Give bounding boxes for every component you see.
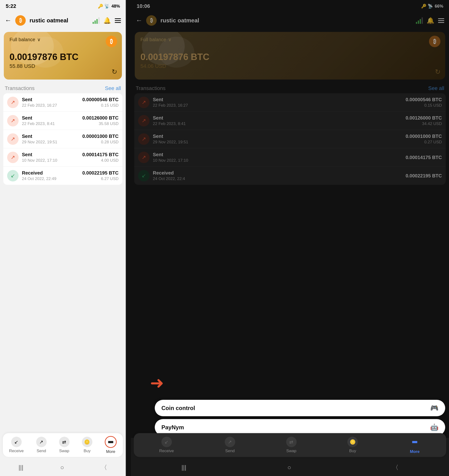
sent-icon-2-left: ↗ bbox=[7, 133, 19, 145]
table-row[interactable]: ↙ Received 24 Oct 2022, 22:4 0.00022195 … bbox=[134, 167, 446, 185]
bitcoin-icon-right: ₿ bbox=[146, 15, 157, 26]
tx-details-4-right: Received 24 Oct 2022, 22:4 bbox=[153, 170, 402, 181]
tx-amounts-0-left: 0.00000546 BTC 0.15 USD bbox=[82, 97, 118, 108]
tx-details-2-right: Sent 29 Nov 2022, 19:51 bbox=[153, 134, 402, 145]
tx-amounts-2-right: 0.00001000 BTC 0.27 USD bbox=[406, 134, 442, 145]
transactions-title-left: Transactions bbox=[5, 85, 34, 91]
bell-icon-right[interactable]: 🔔 bbox=[427, 17, 434, 24]
tx-amounts-1-right: 0.00126000 BTC 34.42 USD bbox=[406, 115, 442, 126]
more-label-left: More bbox=[106, 449, 115, 454]
table-row[interactable]: ↗ Sent 22 Feb 2023, 8:41 0.00126000 BTC … bbox=[3, 112, 122, 130]
table-row[interactable]: ↗ Sent 29 Nov 2022, 19:51 0.00001000 BTC… bbox=[3, 130, 122, 148]
received-icon-4-right: ↙ bbox=[138, 170, 150, 181]
swap-icon-left: ⇄ bbox=[59, 437, 69, 447]
tx-details-2-left: Sent 29 Nov 2022, 19:51 bbox=[22, 134, 79, 145]
tx-details-1-right: Sent 22 Feb 2023, 8:41 bbox=[153, 115, 402, 126]
sys-menu-left[interactable]: ||| bbox=[19, 464, 23, 471]
table-row[interactable]: ↗ Sent 29 Nov 2022, 19:51 0.00001000 BTC… bbox=[134, 130, 446, 148]
sys-home-left[interactable]: ○ bbox=[60, 464, 64, 471]
paynym-icon: 🤖 bbox=[430, 423, 438, 431]
receive-icon-right: ↙ bbox=[161, 437, 172, 447]
nav-more-left[interactable]: More bbox=[102, 435, 119, 455]
tx-details-0-right: Sent 22 Feb 2023, 16:27 bbox=[153, 97, 402, 108]
bitcoin-card-icon-left: ₿ bbox=[106, 36, 117, 47]
see-all-right[interactable]: See all bbox=[428, 85, 444, 91]
wallet-name-right: rustic oatmeal bbox=[160, 17, 412, 24]
balance-label-left: Full balance ∨ bbox=[10, 37, 116, 42]
more-circle-left bbox=[105, 436, 117, 448]
wallet-name-left: rustic oatmeal bbox=[29, 17, 89, 24]
bell-icon-left[interactable]: 🔔 bbox=[103, 17, 111, 24]
table-row[interactable]: ↗ Sent 22 Feb 2023, 16:27 0.00000546 BTC… bbox=[3, 93, 122, 112]
nav-send-left[interactable]: ↗ Send bbox=[33, 435, 50, 455]
top-nav-right: ← ₿ rustic oatmeal 🔔 bbox=[131, 12, 449, 28]
transactions-list-left: ↗ Sent 22 Feb 2023, 16:27 0.00000546 BTC… bbox=[3, 93, 122, 185]
sys-home-right[interactable]: ○ bbox=[287, 464, 291, 471]
bottom-nav-right: ↙ Receive ↗ Send ⇄ Swap 🪙 Buy More bbox=[134, 433, 446, 457]
bottom-nav-left: ↙ Receive ↗ Send ⇄ Swap 🪙 Buy More bbox=[3, 433, 123, 457]
nav-receive-left[interactable]: ↙ Receive bbox=[6, 435, 26, 455]
status-icons-right: 🔑 📡 66% bbox=[421, 4, 443, 9]
signal-icon-right bbox=[416, 17, 423, 24]
sent-icon-3-right: ↗ bbox=[138, 152, 150, 163]
refresh-icon-right[interactable]: ↻ bbox=[435, 68, 440, 76]
nav-swap-left[interactable]: ⇄ Swap bbox=[56, 435, 72, 455]
tx-details-4-left: Received 24 Oct 2022, 22:49 bbox=[22, 170, 79, 181]
transactions-header-right: Transactions See all bbox=[131, 83, 449, 93]
sent-icon-1-right: ↗ bbox=[138, 115, 150, 126]
tx-amounts-3-right: 0.00014175 BTC bbox=[406, 155, 442, 160]
table-row[interactable]: ↗ Sent 22 Feb 2023, 16:27 0.00000546 BTC… bbox=[134, 93, 446, 112]
balance-card-right: Full balance ∨ ₿ 0.00197876 BTC 54.06 US… bbox=[135, 32, 445, 79]
tx-amounts-0-right: 0.00000546 BTC 0.15 USD bbox=[406, 97, 442, 108]
coin-control-button[interactable]: Coin control 🎮 bbox=[155, 400, 445, 416]
back-button-right[interactable]: ← bbox=[136, 17, 142, 24]
status-time-left: 5:22 bbox=[6, 3, 16, 9]
status-icons-left: 🔑 📡 48% bbox=[98, 4, 120, 9]
tx-amounts-2-left: 0.00001000 BTC 0.28 USD bbox=[82, 134, 118, 145]
table-row[interactable]: ↗ Sent 10 Nov 2022, 17:10 0.00014175 BTC bbox=[134, 148, 446, 167]
bitcoin-icon-left: ₿ bbox=[15, 15, 26, 26]
sys-menu-right[interactable]: ||| bbox=[181, 464, 186, 471]
status-icons-symbols-right: 🔑 📡 bbox=[421, 4, 433, 9]
sent-icon-1-left: ↗ bbox=[7, 115, 19, 126]
table-row[interactable]: ↗ Sent 22 Feb 2023, 8:41 0.00126000 BTC … bbox=[134, 112, 446, 130]
battery-icon-left: 🔑 📡 bbox=[98, 4, 110, 9]
coin-control-icon: 🎮 bbox=[430, 404, 438, 412]
sent-icon-3-left: ↗ bbox=[7, 152, 19, 163]
battery-pct-left: 48% bbox=[112, 4, 120, 9]
left-phone: 5:22 🔑 📡 48% ← ₿ rustic oatmeal 🔔 Full b… bbox=[0, 0, 126, 476]
tx-amounts-3-left: 0.00014175 BTC 4.00 USD bbox=[82, 152, 118, 163]
tx-details-0-left: Sent 22 Feb 2023, 16:27 bbox=[22, 97, 79, 108]
swap-icon-right: ⇄ bbox=[286, 437, 297, 447]
nav-swap-right[interactable]: ⇄ Swap bbox=[283, 435, 299, 455]
sent-icon-0-left: ↗ bbox=[7, 97, 19, 108]
tx-amounts-4-right: 0.00022195 BTC bbox=[406, 173, 442, 179]
balance-label-right: Full balance ∨ bbox=[140, 37, 439, 42]
menu-icon-left[interactable] bbox=[115, 18, 121, 23]
send-icon-right: ↗ bbox=[225, 437, 235, 447]
nav-buy-left[interactable]: 🪙 Buy bbox=[79, 435, 95, 455]
sys-back-left[interactable]: 〈 bbox=[101, 463, 107, 472]
buy-icon-right: 🪙 bbox=[347, 437, 358, 447]
nav-more-right[interactable]: More bbox=[406, 435, 424, 455]
refresh-icon-left[interactable]: ↻ bbox=[112, 68, 117, 76]
signal-icon-left bbox=[93, 17, 100, 24]
see-all-left[interactable]: See all bbox=[105, 85, 121, 91]
back-button-left[interactable]: ← bbox=[5, 17, 11, 24]
transactions-header-left: Transactions See all bbox=[0, 83, 126, 93]
tx-amounts-1-left: 0.00126000 BTC 35.58 USD bbox=[82, 115, 118, 126]
status-time-right: 10:06 bbox=[137, 3, 150, 9]
table-row[interactable]: ↙ Received 24 Oct 2022, 22:49 0.00022195… bbox=[3, 167, 122, 185]
sys-back-right[interactable]: 〈 bbox=[392, 463, 398, 472]
buy-icon-left: 🪙 bbox=[82, 437, 92, 447]
nav-send-right[interactable]: ↗ Send bbox=[222, 435, 238, 455]
menu-icon-right[interactable] bbox=[438, 18, 444, 23]
nav-buy-right[interactable]: 🪙 Buy bbox=[344, 435, 361, 455]
bitcoin-card-icon-right: ₿ bbox=[429, 36, 440, 47]
more-circle-right bbox=[409, 436, 421, 448]
table-row[interactable]: ↗ Sent 10 Nov 2022, 17:10 0.00014175 BTC… bbox=[3, 148, 122, 167]
balance-btc-right: 0.00197876 BTC bbox=[140, 52, 439, 62]
nav-receive-right[interactable]: ↙ Receive bbox=[157, 435, 177, 455]
tx-details-3-right: Sent 10 Nov 2022, 17:10 bbox=[153, 152, 402, 163]
arrow-indicator: ➜ bbox=[150, 373, 164, 393]
